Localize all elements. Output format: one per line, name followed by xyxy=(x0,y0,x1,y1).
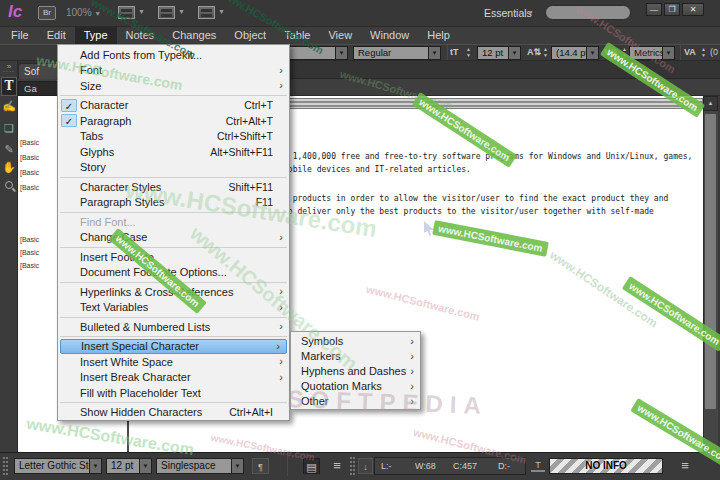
paragraph-style-label: [Basic xyxy=(20,169,39,176)
menu-type[interactable]: Type xyxy=(75,27,117,44)
menu-item-fill-with-placeholder-text[interactable]: Fill with Placeholder Text xyxy=(58,385,289,401)
panel-menu-icon[interactable]: ≡ xyxy=(330,458,344,474)
chevron-right-icon: › xyxy=(410,364,414,379)
menu-separator xyxy=(60,336,287,337)
zoom-level-control[interactable]: 100% ▼ xyxy=(66,7,101,18)
chevron-down-icon: ▼ xyxy=(94,10,101,17)
menu-item-insert-special-character[interactable]: Insert Special Character › xyxy=(60,339,287,355)
chevron-right-icon: › xyxy=(410,349,414,364)
story-view-icon[interactable]: ▤ xyxy=(303,458,320,474)
chevron-down-icon: ▼ xyxy=(662,47,674,59)
divider xyxy=(680,45,681,60)
menu-bar: File Edit Type Notes Changes Object Tabl… xyxy=(0,27,720,44)
scrollbar-thumb[interactable] xyxy=(705,114,716,409)
type-tool-button[interactable]: T xyxy=(1,77,17,96)
menu-separator xyxy=(60,317,287,318)
zoom-level-value: 100% xyxy=(66,7,92,18)
bridge-button[interactable]: Br xyxy=(38,6,56,20)
menu-item-add-fonts-typekit[interactable]: Add Fonts from Typekit... xyxy=(58,47,289,63)
minimize-button[interactable]: — xyxy=(646,3,662,16)
chevron-right-icon: › xyxy=(410,379,414,394)
close-button[interactable]: ✕ xyxy=(682,3,704,16)
chevron-right-icon: › xyxy=(410,334,414,349)
font-style-value: Regular xyxy=(358,47,391,58)
submenu-item-quotation-marks[interactable]: Quotation Marks › xyxy=(291,379,420,394)
document-tab[interactable]: Sof xyxy=(18,63,60,79)
menu-item-paragraph[interactable]: ✓ Paragraph Ctrl+Alt+T xyxy=(58,113,289,129)
leading-stepper[interactable]: ▲▼ xyxy=(541,46,550,60)
screen-mode-button[interactable] xyxy=(198,6,215,19)
font-size-stepper[interactable]: ▲▼ xyxy=(464,46,473,60)
menu-item-document-footnote-options[interactable]: Document Footnote Options... xyxy=(58,265,289,281)
status-size-dropdown[interactable]: 12 pt ▼ xyxy=(106,458,152,474)
update-design-icon[interactable]: ↓ xyxy=(358,458,373,474)
chevron-down-icon: ▼ xyxy=(138,8,145,15)
word-count: W:68 xyxy=(415,458,436,474)
submenu-item-markers[interactable]: Markers › xyxy=(291,349,420,364)
menu-help[interactable]: Help xyxy=(418,27,459,44)
tools-panel xyxy=(0,61,18,452)
menu-item-story[interactable]: Story xyxy=(58,160,289,176)
menu-item-insert-white-space[interactable]: Insert White Space › xyxy=(58,354,289,370)
menu-item-size[interactable]: Size › xyxy=(58,78,289,94)
status-spacing-dropdown[interactable]: Singlespace ▼ xyxy=(156,458,244,474)
menu-edit[interactable]: Edit xyxy=(38,27,75,44)
menu-item-change-case[interactable]: Change Case › xyxy=(58,230,289,246)
kerning-stepper[interactable]: ▲▼ xyxy=(620,46,629,60)
menu-object[interactable]: Object xyxy=(225,27,275,44)
status-spacing-value: Singlespace xyxy=(161,460,215,471)
statusbar-menu-icon[interactable]: ≡ xyxy=(678,458,692,474)
menu-view[interactable]: View xyxy=(319,27,361,44)
kerning-dropdown[interactable]: Metrics ▼ xyxy=(629,46,675,60)
menu-item-bulleted-numbered-lists[interactable]: Bulleted & Numbered Lists › xyxy=(58,319,289,335)
galley-view-tab[interactable]: Ga xyxy=(18,81,58,96)
scroll-up-button[interactable]: ▲ xyxy=(703,96,718,111)
font-style-dropdown[interactable]: Regular ▼ xyxy=(353,46,441,60)
menu-window[interactable]: Window xyxy=(361,27,418,44)
font-size-value: 12 pt xyxy=(482,47,503,58)
menu-changes[interactable]: Changes xyxy=(163,27,225,44)
menu-item-hyperlinks-cross-references[interactable]: Hyperlinks & Cross-References › xyxy=(58,284,289,300)
chevron-right-icon: › xyxy=(279,230,283,245)
menu-item-glyphs[interactable]: Glyphs Alt+Shift+F11 xyxy=(58,144,289,160)
maximize-button[interactable]: ❐ xyxy=(664,3,680,16)
zoom-tool-button[interactable] xyxy=(5,181,13,189)
divider xyxy=(447,45,448,60)
menu-table[interactable]: Table xyxy=(275,27,319,44)
submenu-item-symbols[interactable]: Symbols › xyxy=(291,334,420,349)
paragraph-style-label: [Basic xyxy=(20,262,39,269)
view-options-button[interactable] xyxy=(118,6,135,19)
search-input[interactable] xyxy=(545,5,631,20)
workspace-switcher[interactable]: Essentials xyxy=(484,7,532,19)
menu-item-character[interactable]: ✓ Character Ctrl+T xyxy=(58,98,289,114)
chevron-right-icon: › xyxy=(410,394,414,409)
menu-item-tabs[interactable]: Tabs Ctrl+Shift+T xyxy=(58,129,289,145)
drag-grip[interactable] xyxy=(3,457,8,475)
leading-dropdown[interactable]: (14.4 pt) ▼ xyxy=(551,46,599,60)
status-font-dropdown[interactable]: Letter Gothic Std ▼ xyxy=(14,458,102,474)
font-size-dropdown[interactable]: 12 pt ▼ xyxy=(477,46,521,60)
grabber-tool-button[interactable]: ✍ xyxy=(0,100,18,113)
menu-item-font[interactable]: Font › xyxy=(58,63,289,79)
frame-edges-button[interactable] xyxy=(158,6,175,19)
submenu-item-hyphens-and-dashes[interactable]: Hyphens and Dashes › xyxy=(291,364,420,379)
eyedropper-tool-button[interactable]: ✎ xyxy=(0,143,18,156)
chevron-down-icon: ▼ xyxy=(508,47,520,59)
menu-item-text-variables[interactable]: Text Variables › xyxy=(58,300,289,316)
menu-item-character-styles[interactable]: Character Styles Shift+F11 xyxy=(58,179,289,195)
paragraph-marks-icon[interactable]: ¶ xyxy=(252,458,269,474)
menu-item-insert-break-character[interactable]: Insert Break Character › xyxy=(58,370,289,386)
menu-item-paragraph-styles[interactable]: Paragraph Styles F11 xyxy=(58,195,289,211)
menu-notes[interactable]: Notes xyxy=(117,27,164,44)
menu-item-show-hidden-characters[interactable]: Show Hidden Characters Ctrl+Alt+I xyxy=(58,405,289,421)
menu-item-insert-footnote[interactable]: Insert Footnote xyxy=(58,249,289,265)
depth-ruler-icon[interactable]: T xyxy=(531,459,545,472)
submenu-item-other[interactable]: Other › xyxy=(291,394,420,409)
status-size-value: 12 pt xyxy=(111,460,133,471)
note-tool-button[interactable]: ❏ xyxy=(0,122,18,135)
drag-grip[interactable] xyxy=(350,457,355,475)
menu-file[interactable]: File xyxy=(2,27,38,44)
tracking-stepper[interactable]: ▲▼ xyxy=(699,46,708,60)
hand-tool-button[interactable]: ✋ xyxy=(0,161,18,174)
panel-grip-icon[interactable]: ···· xyxy=(0,68,18,74)
